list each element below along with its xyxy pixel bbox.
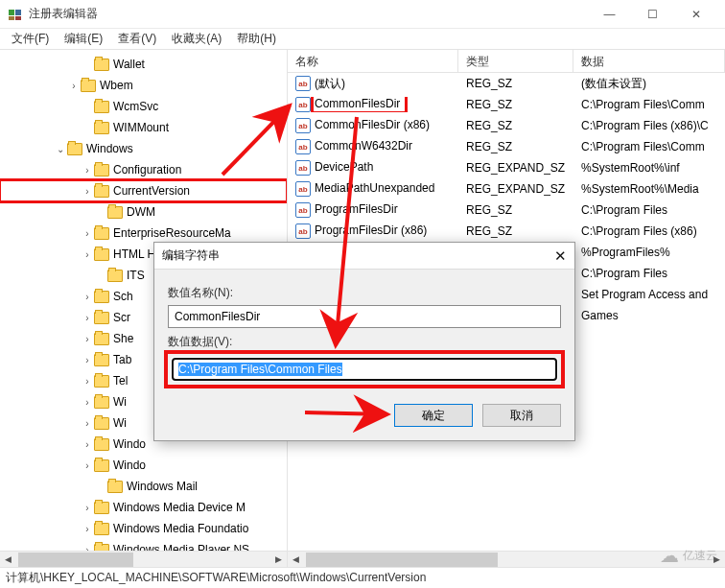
tree-item-label: WIMMount bbox=[113, 121, 169, 134]
value-name: MediaPathUnexpanded bbox=[315, 181, 434, 195]
tree-item-label: Tel bbox=[113, 374, 128, 388]
value-data: C:\Program Files (x86) bbox=[573, 224, 725, 238]
tree-item[interactable]: ›EnterpriseResourceMa bbox=[0, 223, 287, 244]
value-row[interactable]: abMediaPathUnexpandedREG_EXPAND_SZ%Syste… bbox=[288, 178, 725, 200]
cancel-button[interactable]: 取消 bbox=[482, 404, 561, 427]
value-data-label: 数值数据(V): bbox=[168, 334, 561, 350]
tree-item-label: Wi bbox=[113, 416, 127, 430]
value-name: ProgramFilesDir bbox=[315, 202, 398, 216]
tree-item[interactable]: Wallet bbox=[0, 54, 287, 75]
tree-item[interactable]: ›CurrentVersion bbox=[0, 180, 287, 201]
folder-icon bbox=[94, 122, 109, 134]
folder-icon bbox=[94, 438, 109, 451]
scrollbar-thumb[interactable] bbox=[306, 553, 498, 567]
tree-item[interactable]: WIMMount bbox=[0, 117, 287, 138]
menu-help[interactable]: 帮助(H) bbox=[229, 29, 284, 49]
edit-string-dialog: 编辑字符串 ✕ 数值名称(N): 数值数据(V): 确定 取消 bbox=[153, 242, 575, 441]
tree-item-label: ITS bbox=[127, 269, 145, 282]
window-title: 注册表编辑器 bbox=[29, 6, 588, 22]
tree-item[interactable]: Windows Mail bbox=[0, 476, 287, 497]
column-type[interactable]: 类型 bbox=[458, 50, 573, 72]
chevron-icon: › bbox=[67, 81, 81, 91]
value-name: ProgramFilesDir (x86) bbox=[315, 223, 427, 237]
window-controls: — ☐ ✕ bbox=[588, 1, 717, 28]
column-name[interactable]: 名称 bbox=[288, 50, 458, 72]
value-data: C:\Program Files (x86)\C bbox=[573, 119, 725, 132]
value-name-label: 数值名称(N): bbox=[168, 285, 561, 301]
tree-item-label: Configuration bbox=[113, 163, 181, 176]
value-row[interactable]: abDevicePathREG_EXPAND_SZ%SystemRoot%\in… bbox=[288, 157, 725, 178]
value-type: REG_SZ bbox=[458, 224, 573, 238]
menu-file[interactable]: 文件(F) bbox=[4, 29, 57, 49]
scroll-left-icon[interactable]: ◀ bbox=[288, 552, 304, 568]
value-type: REG_EXPAND_SZ bbox=[458, 182, 573, 196]
value-data: %SystemRoot%\inf bbox=[573, 161, 725, 175]
tree-item[interactable]: ›Configuration bbox=[0, 159, 287, 180]
menubar: 文件(F) 编辑(E) 查看(V) 收藏夹(A) 帮助(H) bbox=[0, 29, 725, 50]
tree-item[interactable]: ⌄Windows bbox=[0, 138, 287, 159]
svg-rect-3 bbox=[15, 16, 21, 20]
chevron-icon: › bbox=[81, 292, 94, 302]
minimize-button[interactable]: — bbox=[588, 1, 631, 28]
value-data-input[interactable] bbox=[172, 358, 557, 381]
column-data[interactable]: 数据 bbox=[573, 50, 725, 72]
folder-icon bbox=[94, 354, 109, 366]
ok-button[interactable]: 确定 bbox=[394, 404, 473, 427]
value-data: C:\Program Files bbox=[573, 267, 725, 280]
chevron-icon: › bbox=[81, 397, 94, 408]
svg-rect-2 bbox=[9, 16, 14, 20]
value-name: CommonFilesDir (x86) bbox=[315, 118, 430, 131]
value-row[interactable]: abCommonFilesDirREG_SZC:\Program Files\C… bbox=[288, 94, 725, 115]
chevron-icon: › bbox=[81, 460, 94, 471]
tree-item-label: Scr bbox=[113, 311, 130, 324]
value-name: CommonW6432Dir bbox=[315, 139, 412, 153]
menu-favorites[interactable]: 收藏夹(A) bbox=[164, 29, 229, 49]
value-row[interactable]: abProgramFilesDir (x86)REG_SZC:\Program … bbox=[288, 221, 725, 242]
menu-view[interactable]: 查看(V) bbox=[110, 29, 164, 49]
scroll-left-icon[interactable]: ◀ bbox=[0, 552, 16, 568]
value-data: C:\Program Files\Comm bbox=[573, 98, 725, 111]
chevron-icon: › bbox=[81, 503, 94, 513]
tree-item[interactable]: DWM bbox=[0, 201, 287, 223]
watermark: ☁ 亿速云 bbox=[660, 544, 717, 567]
value-row[interactable]: ab(默认)REG_SZ(数值未设置) bbox=[288, 73, 725, 94]
tree-item-label: Windows Mail bbox=[127, 480, 198, 493]
tree-item-label: Windows bbox=[86, 142, 133, 155]
folder-icon bbox=[107, 270, 123, 282]
value-row[interactable]: abCommonFilesDir (x86)REG_SZC:\Program F… bbox=[288, 115, 725, 136]
folder-icon bbox=[94, 227, 109, 240]
maximize-button[interactable]: ☐ bbox=[631, 1, 674, 28]
chevron-icon: › bbox=[81, 228, 94, 239]
dialog-close-button[interactable]: ✕ bbox=[538, 247, 567, 265]
folder-icon bbox=[94, 417, 109, 430]
value-type: REG_SZ bbox=[458, 98, 573, 111]
close-button[interactable]: ✕ bbox=[674, 1, 717, 28]
menu-edit[interactable]: 编辑(E) bbox=[57, 29, 110, 49]
chevron-icon: › bbox=[81, 376, 94, 387]
value-name-input[interactable] bbox=[168, 305, 561, 328]
value-row[interactable]: abProgramFilesDirREG_SZC:\Program Files bbox=[288, 200, 725, 221]
watermark-text: 亿速云 bbox=[683, 548, 717, 564]
string-value-icon: ab bbox=[295, 202, 311, 218]
tree-item-label: Wi bbox=[113, 395, 127, 409]
value-row[interactable]: abCommonW6432DirREG_SZC:\Program Files\C… bbox=[288, 136, 725, 157]
tree-item[interactable]: WcmSvc bbox=[0, 96, 287, 117]
folder-icon bbox=[94, 333, 109, 345]
folder-icon bbox=[81, 80, 96, 92]
tree-item[interactable]: ›Windo bbox=[0, 455, 287, 476]
list-header: 名称 类型 数据 bbox=[288, 50, 725, 73]
string-value-icon: ab bbox=[295, 181, 311, 197]
scroll-right-icon[interactable]: ▶ bbox=[270, 552, 287, 568]
chevron-icon: › bbox=[81, 439, 94, 450]
tree-scrollbar[interactable]: ◀ ▶ bbox=[0, 551, 287, 567]
tree-item-label: Wallet bbox=[113, 58, 145, 71]
tree-item-label: Windo bbox=[113, 459, 146, 472]
dialog-title: 编辑字符串 bbox=[162, 247, 538, 264]
tree-item[interactable]: ›Wbem bbox=[0, 75, 287, 96]
value-data: %ProgramFiles% bbox=[573, 246, 725, 259]
scrollbar-thumb[interactable] bbox=[18, 553, 133, 567]
tree-item[interactable]: ›Windows Media Foundatio bbox=[0, 518, 287, 539]
tree-item[interactable]: ›Windows Media Device M bbox=[0, 497, 287, 518]
folder-icon bbox=[94, 185, 109, 198]
value-type: REG_EXPAND_SZ bbox=[458, 161, 573, 175]
